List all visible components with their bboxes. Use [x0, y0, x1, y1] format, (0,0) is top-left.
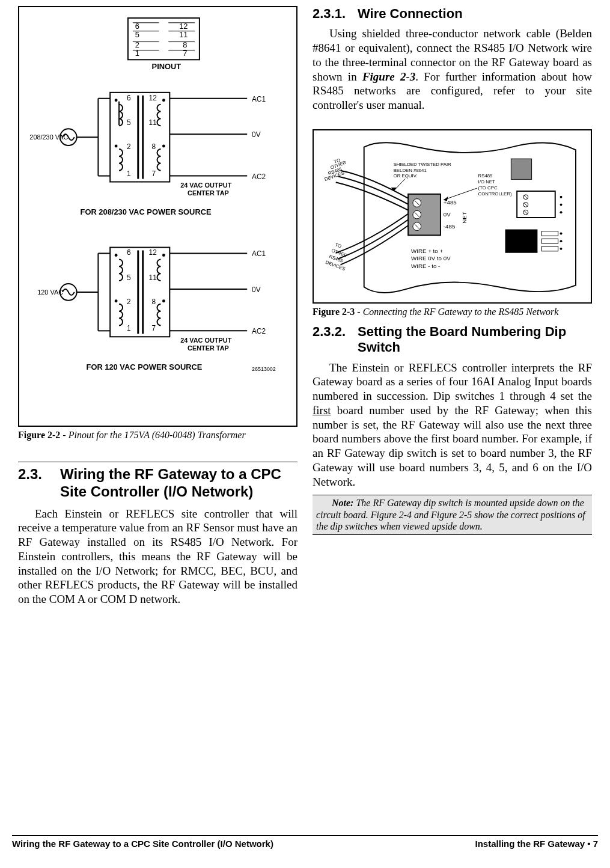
- figure-2-2-svg: 6 5 2 1 12 11 8 7 PINOUT: [22, 12, 294, 423]
- heading-2-3: 2.3. Wiring the RF Gateway to a CPC Site…: [18, 466, 297, 501]
- heading-2-3-2-num: 2.3.2.: [313, 324, 358, 356]
- fig22-label: Figure 2-2: [18, 430, 60, 440]
- svg-point-23: [115, 99, 118, 102]
- heading-208: FOR 208/230 VAC POWER SOURCE: [81, 207, 212, 216]
- pinout-pin-2: 2: [135, 40, 139, 49]
- svg-text:RS485: RS485: [478, 173, 493, 179]
- note-label: Note:: [332, 498, 353, 508]
- word-first: first: [313, 404, 331, 417]
- fig22-title: Pinout for the 175VA (640-0048) Transfor…: [69, 430, 246, 440]
- svg-point-48: [115, 254, 118, 257]
- heading-2-3-1-num: 2.3.1.: [313, 6, 358, 22]
- fig22-sep: -: [60, 430, 68, 440]
- pinout-pin-1: 1: [135, 49, 139, 58]
- svg-text:WIRE - to -: WIRE - to -: [411, 263, 440, 269]
- svg-text:11: 11: [149, 118, 157, 127]
- svg-text:24 VAC OUTPUT: 24 VAC OUTPUT: [180, 182, 231, 189]
- svg-point-25: [162, 99, 165, 102]
- svg-text:DEVICES: DEVICES: [325, 260, 346, 272]
- left-column: 6 5 2 1 12 11 8 7 PINOUT: [18, 6, 297, 613]
- heading-2-3-title: Wiring the RF Gateway to a CPC Site Cont…: [60, 466, 297, 501]
- para-2-3-1: Using shielded three-conductor network c…: [313, 26, 592, 112]
- pinout-pin-11: 11: [179, 30, 188, 39]
- fig23-label: Figure 2-3: [313, 307, 355, 317]
- figure-2-2-caption: Figure 2-2 - Pinout for the 175VA (640-0…: [18, 429, 297, 441]
- svg-rect-109: [541, 239, 558, 243]
- svg-rect-106: [505, 229, 538, 252]
- pinout-pin-5: 5: [135, 30, 139, 39]
- svg-text:NET: NET: [461, 212, 468, 224]
- svg-point-24: [115, 145, 118, 148]
- svg-text:(TO CPC: (TO CPC: [478, 185, 498, 191]
- para-2-3-2-pre: The Einstein or REFLECS controller inter…: [313, 361, 592, 403]
- svg-text:8: 8: [152, 298, 156, 306]
- column-layout: 6 5 2 1 12 11 8 7 PINOUT: [18, 6, 592, 613]
- svg-text:1: 1: [127, 170, 131, 178]
- svg-text:CENTER TAP: CENTER TAP: [188, 189, 229, 197]
- svg-point-108: [560, 232, 563, 234]
- fig22-partnum: 26513002: [252, 366, 276, 372]
- pinout-label: PINOUT: [152, 62, 181, 71]
- svg-text:AC2: AC2: [252, 327, 266, 335]
- svg-text:6: 6: [127, 248, 131, 257]
- heading-2-3-1: 2.3.1. Wire Connection: [313, 6, 592, 22]
- note-text: The RF Gateway dip switch is mounted ups…: [316, 498, 585, 531]
- svg-text:12: 12: [149, 94, 157, 102]
- svg-text:SHIELDED TWISTED PAIR: SHIELDED TWISTED PAIR: [394, 162, 451, 167]
- svg-text:11: 11: [149, 274, 157, 282]
- src-120-label: 120 VAC: [37, 289, 63, 296]
- svg-point-112: [560, 248, 563, 250]
- svg-point-103: [560, 196, 563, 198]
- svg-rect-37: [110, 248, 169, 337]
- svg-point-51: [162, 299, 165, 302]
- figref-2-3: Figure 2-3: [362, 70, 415, 83]
- svg-text:2: 2: [127, 142, 131, 151]
- footer-right: Installing the RF Gateway • 7: [475, 839, 598, 850]
- svg-text:7: 7: [152, 324, 156, 332]
- fig23-title: Connecting the RF Gateway to the RS485 N…: [363, 307, 559, 317]
- svg-point-104: [560, 203, 563, 206]
- heading-2-3-2: 2.3.2. Setting the Board Number­ing Dip …: [313, 324, 592, 356]
- svg-text:2: 2: [127, 298, 131, 306]
- page: 6 5 2 1 12 11 8 7 PINOUT: [0, 0, 610, 868]
- figure-2-3-box: TO OTHER RS485 DEVICES TO OTHER RS485 DE…: [313, 129, 592, 304]
- src-208-label: 208/230 VAC: [29, 133, 68, 141]
- svg-text:0V: 0V: [252, 286, 261, 294]
- svg-text:0V: 0V: [444, 211, 451, 218]
- svg-rect-111: [541, 246, 558, 251]
- svg-point-105: [560, 211, 563, 213]
- fig23-sep: -: [355, 307, 362, 317]
- svg-text:-485: -485: [444, 223, 456, 230]
- para-2-3-2-post: board number used by the RF Gateway; whe…: [313, 404, 592, 488]
- svg-text:24 VAC OUTPUT: 24 VAC OUTPUT: [180, 337, 231, 344]
- svg-point-50: [162, 254, 165, 257]
- section-rule: [18, 462, 297, 462]
- out-ac1: AC1: [252, 95, 266, 103]
- out-ac2: AC2: [252, 173, 266, 181]
- svg-text:WIRE 0V to 0V: WIRE 0V to 0V: [411, 255, 451, 261]
- pinout-pin-12: 12: [179, 22, 188, 31]
- page-footer: Wiring the RF Gateway to a CPC Site Cont…: [12, 835, 598, 850]
- svg-text:TO: TO: [334, 242, 342, 249]
- svg-text:5: 5: [127, 274, 131, 282]
- pinout-pin-8: 8: [183, 40, 187, 49]
- svg-text:OR EQUIV.: OR EQUIV.: [394, 173, 418, 179]
- heading-2-3-2-title: Setting the Board Number­ing Dip Switch: [358, 324, 592, 356]
- svg-text:AC1: AC1: [252, 249, 266, 258]
- out-0v: 0V: [252, 130, 261, 139]
- svg-text:7: 7: [152, 170, 156, 178]
- heading-2-3-1-title: Wire Connection: [358, 6, 463, 22]
- svg-text:I/O NET: I/O NET: [478, 179, 495, 185]
- figure-2-3-caption: Figure 2-3 - Connecting the RF Gateway t…: [313, 306, 592, 318]
- svg-text:6: 6: [127, 94, 131, 102]
- svg-text:1: 1: [127, 324, 131, 332]
- svg-text:WIRE + to +: WIRE + to +: [411, 248, 443, 254]
- svg-rect-96: [517, 191, 555, 218]
- para-2-3-2: The Einstein or REFLECS controller inter…: [313, 361, 592, 489]
- svg-text:CENTER TAP: CENTER TAP: [188, 344, 229, 352]
- svg-text:12: 12: [149, 248, 157, 257]
- right-column: 2.3.1. Wire Connection Using shielded th…: [313, 6, 592, 613]
- footer-left: Wiring the RF Gateway to a CPC Site Cont…: [12, 839, 273, 850]
- heading-2-3-num: 2.3.: [18, 466, 60, 501]
- svg-text:CONTROLLER): CONTROLLER): [478, 191, 512, 197]
